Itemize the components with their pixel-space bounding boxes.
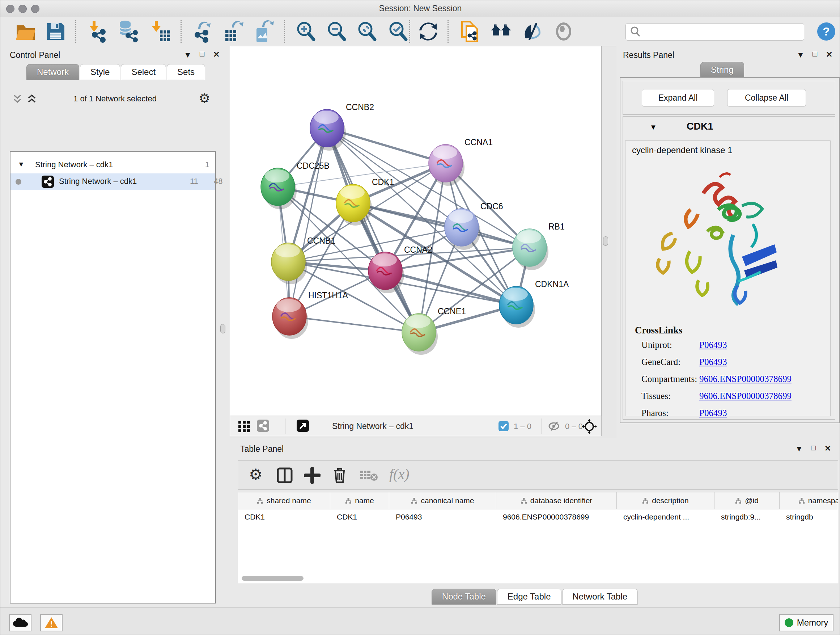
- edge-CDK1-RB1[interactable]: [353, 203, 530, 248]
- expander-icon[interactable]: ▼: [18, 160, 25, 168]
- crosslink-link[interactable]: 9606.ENSP00000378699: [699, 374, 791, 384]
- zoom-selected-button[interactable]: [386, 19, 410, 43]
- gear-icon[interactable]: ⚙: [199, 91, 210, 106]
- node-RB1[interactable]: RB1: [513, 222, 565, 270]
- edge-CCNB2-CCNE1[interactable]: [327, 128, 419, 333]
- search-input[interactable]: [625, 23, 804, 41]
- import-network-from-file-button[interactable]: [85, 19, 109, 43]
- table-cell[interactable]: stringdb:9...: [714, 509, 780, 525]
- import-table-from-file-button[interactable]: [148, 19, 172, 43]
- toolbar-separator: [542, 418, 542, 434]
- crosslink-link[interactable]: 9606.ENSP00000378699: [699, 391, 791, 401]
- column-header-description[interactable]: description: [617, 492, 714, 509]
- float-panel-icon[interactable]: ▼: [797, 50, 805, 60]
- splitter-handle[interactable]: [220, 324, 225, 333]
- tab-node-table[interactable]: Node Table: [431, 589, 496, 605]
- tab-select[interactable]: Select: [121, 64, 166, 80]
- help-button[interactable]: ?: [817, 22, 835, 41]
- table-cell[interactable]: stringdb: [780, 509, 838, 525]
- string-network-icon: [42, 176, 54, 188]
- tab-string[interactable]: String: [700, 62, 744, 78]
- float-panel-icon[interactable]: ▼: [795, 444, 803, 454]
- node-CCNE1[interactable]: CCNE1: [402, 307, 466, 355]
- node-CCNB1[interactable]: CCNB1: [271, 236, 335, 284]
- table-cell[interactable]: cyclin-dependent ...: [617, 509, 714, 525]
- warning-button[interactable]: [40, 614, 63, 631]
- maximize-panel-icon[interactable]: □: [811, 443, 816, 453]
- table-cell[interactable]: CDK1: [330, 509, 389, 525]
- crosslink-link[interactable]: P06493: [699, 408, 727, 418]
- node-HIST1H1A[interactable]: HIST1H1A: [272, 291, 348, 339]
- memory-button[interactable]: Memory: [779, 614, 834, 631]
- delete-column-icon[interactable]: [332, 466, 348, 484]
- node-CDKN1A[interactable]: CDKN1A: [499, 279, 569, 328]
- collapse-all-button[interactable]: Collapse All: [727, 89, 806, 107]
- node-CDC25B[interactable]: CDC25B: [261, 161, 330, 209]
- node-CCNB2[interactable]: CCNB2: [310, 103, 374, 150]
- table-cell[interactable]: P06493: [389, 509, 496, 525]
- column-header-sharedname[interactable]: shared name: [238, 492, 330, 509]
- select-columns-icon[interactable]: [276, 467, 293, 484]
- copy-network-button[interactable]: [458, 19, 482, 43]
- column-header-canonicalname[interactable]: canonical name: [389, 492, 496, 509]
- grid-view-icon[interactable]: [238, 420, 250, 432]
- close-panel-icon[interactable]: ✕: [826, 50, 832, 59]
- birdseye-crosshair-icon[interactable]: [582, 419, 597, 434]
- column-header-id[interactable]: @id: [714, 492, 780, 509]
- table-toolbar: ⚙ f(x): [238, 460, 838, 490]
- tab-edge-table[interactable]: Edge Table: [497, 589, 561, 605]
- open-in-window-icon[interactable]: [297, 420, 309, 432]
- tab-style[interactable]: Style: [80, 64, 120, 80]
- tab-network-table[interactable]: Network Table: [562, 589, 638, 605]
- node-CDC6[interactable]: CDC6: [445, 202, 503, 250]
- tab-network[interactable]: Network: [27, 64, 79, 80]
- crosslink-link[interactable]: P06493: [699, 340, 727, 350]
- selected-checkbox-icon[interactable]: [498, 421, 509, 432]
- crosslink-row: Uniprot:P06493: [641, 340, 829, 357]
- network-label: String Network – cdk1: [59, 177, 137, 186]
- float-panel-icon[interactable]: ▼: [184, 50, 192, 60]
- network-row[interactable]: String Network – cdk1 11 48: [11, 173, 215, 190]
- show-graphics-button[interactable]: [552, 19, 576, 43]
- zoom-in-button[interactable]: [294, 19, 318, 43]
- zoom-fit-button[interactable]: [355, 19, 379, 43]
- maximize-panel-icon[interactable]: □: [200, 49, 204, 59]
- import-network-from-database-button[interactable]: [116, 19, 140, 43]
- tab-sets[interactable]: Sets: [167, 64, 205, 80]
- show-all-networks-button[interactable]: [489, 19, 513, 43]
- horizontal-scrollbar[interactable]: [242, 576, 303, 581]
- column-type-icon: [735, 497, 742, 504]
- zoom-out-button[interactable]: [325, 19, 349, 43]
- close-panel-icon[interactable]: ✕: [213, 50, 219, 59]
- maximize-panel-icon[interactable]: □: [813, 49, 817, 59]
- cloud-button[interactable]: [9, 614, 32, 631]
- node-CCNA1[interactable]: CCNA1: [429, 138, 493, 186]
- gear-icon[interactable]: ⚙: [249, 466, 263, 483]
- add-column-icon[interactable]: [304, 467, 321, 484]
- expand-all-button[interactable]: Expand All: [642, 89, 714, 107]
- export-image-button[interactable]: [251, 19, 275, 43]
- export-network-button[interactable]: [191, 19, 215, 43]
- close-panel-icon[interactable]: ✕: [824, 444, 831, 453]
- column-header-namespace[interactable]: namespace: [780, 492, 838, 509]
- column-header-databaseidentifier[interactable]: database identifier: [496, 492, 617, 509]
- hide-graphics-button[interactable]: [521, 19, 545, 43]
- column-header-name[interactable]: name: [330, 492, 389, 509]
- export-table-button[interactable]: [222, 19, 246, 43]
- table-cell[interactable]: 9606.ENSP00000378699: [496, 509, 617, 525]
- protein-description: cyclin-dependent kinase 1: [632, 145, 733, 155]
- crosslink-row: Compartments:9606.ENSP00000378699: [641, 374, 829, 391]
- open-session-button[interactable]: [14, 19, 38, 43]
- export-network-icon: [191, 19, 215, 43]
- collapse-protein-icon[interactable]: ▼: [650, 123, 657, 131]
- string-view-icon[interactable]: [257, 420, 269, 432]
- splitter-handle[interactable]: [603, 236, 608, 246]
- refresh-view-button[interactable]: [416, 19, 440, 43]
- string-results-box: Expand All Collapse All ▼ CDK1 cyclin-de…: [620, 77, 840, 423]
- save-session-button[interactable]: [43, 19, 67, 43]
- network-collection-row[interactable]: ▼ String Network – cdk1 1: [11, 157, 215, 173]
- edge-CCNB2-HIST1H1A[interactable]: [289, 128, 327, 317]
- table-cell[interactable]: CDK1: [238, 509, 330, 525]
- edge-HIST1H1A-CCNE1[interactable]: [289, 317, 419, 333]
- crosslink-link[interactable]: P06493: [699, 357, 727, 367]
